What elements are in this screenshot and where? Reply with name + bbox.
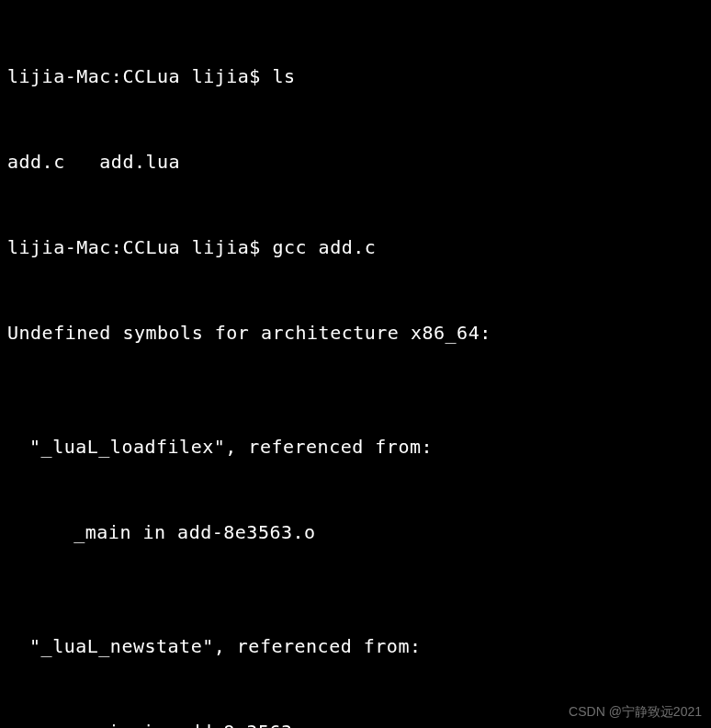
prompt-host: lijia-Mac:CCLua lijia$ <box>7 65 272 87</box>
prompt-line-1: lijia-Mac:CCLua lijia$ ls <box>7 63 704 91</box>
error-header: Undefined symbols for architecture x86_6… <box>7 319 704 347</box>
prompt-line-2: lijia-Mac:CCLua lijia$ gcc add.c <box>7 233 704 262</box>
symbol-name: "_luaL_loadfilex", referenced from: <box>7 433 704 461</box>
prompt-host: lijia-Mac:CCLua lijia$ <box>7 236 272 258</box>
symbol-ref: _main in add-8e3563.o <box>7 518 704 547</box>
ls-output: add.c add.lua <box>7 148 704 176</box>
terminal-output[interactable]: lijia-Mac:CCLua lijia$ ls add.c add.lua … <box>7 6 704 728</box>
command-ls: ls <box>272 65 295 87</box>
symbol-name: "_luaL_newstate", referenced from: <box>7 632 704 661</box>
watermark-text: CSDN @宁静致远2021 <box>569 702 702 722</box>
command-gcc: gcc add.c <box>272 236 376 258</box>
